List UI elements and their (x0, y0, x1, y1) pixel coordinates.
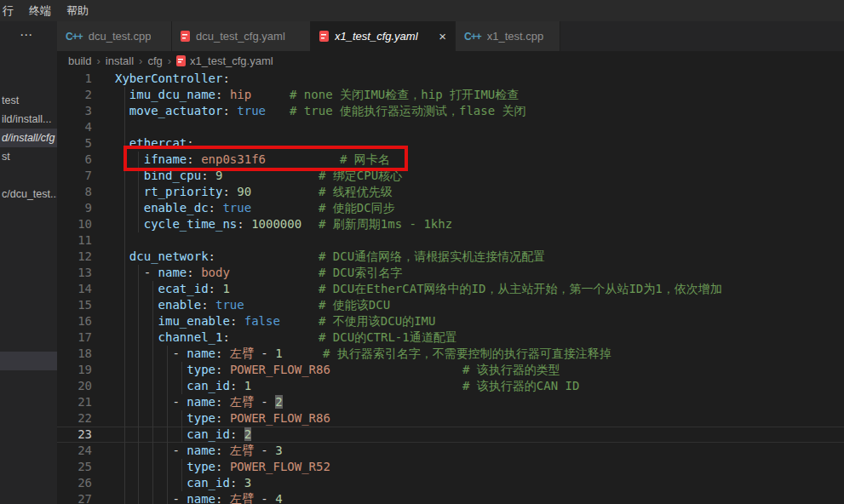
line-number: 25 (57, 459, 92, 475)
menu-item-run[interactable]: 行 (0, 0, 21, 21)
code-comment: # 刷新周期1ms - 1khz (319, 216, 452, 232)
breadcrumb: build›install›cfg›x1_test_cfg.yaml (57, 51, 844, 70)
menu-item-help[interactable]: 帮助 (59, 0, 96, 21)
code-token: type (187, 411, 215, 425)
code-line[interactable]: 14ecat_id: 1# DCU在EtherCAT网络中的ID，从主站开始，第… (57, 281, 844, 297)
sidebar-item-4[interactable]: c/dcu_test... (0, 185, 57, 203)
code-line[interactable]: 22type: POWER_FLOW_R86 (57, 410, 844, 427)
code-token: : (201, 169, 215, 182)
code-token: : (222, 185, 237, 198)
code-token: name (187, 346, 215, 360)
code-token: 3 (275, 444, 282, 457)
code-token: - (254, 444, 275, 457)
cpp-file-icon: C++ (464, 31, 481, 43)
code-token: 90 (237, 185, 251, 198)
code-line[interactable]: 8rt_priority: 90# 线程优先级 (57, 184, 844, 200)
code-line[interactable]: 2imu_dcu_name: hip# none 关闭IMU检查，hip 打开I… (57, 87, 844, 103)
tab-label: dcu_test.cpp (89, 30, 152, 43)
code-line[interactable]: 15enable: true# 使能该DCU (57, 297, 844, 313)
code-line[interactable]: 17channel_1:# DCU的CTRL-1通道配置 (57, 329, 844, 346)
line-content: - name: 左臂 - 3 (115, 443, 844, 459)
line-content: - name: body# DCU索引名字 (115, 265, 844, 281)
code-editor[interactable]: 1XyberController:2imu_dcu_name: hip# non… (57, 70, 844, 504)
chevron-right-icon: › (139, 54, 142, 67)
line-number: 1 (57, 71, 92, 87)
breadcrumb-item-install[interactable]: install (106, 54, 134, 67)
line-content: channel_1:# DCU的CTRL-1通道配置 (115, 329, 844, 346)
line-number: 18 (57, 346, 92, 362)
breadcrumb-file[interactable]: x1_test_cfg.yaml (176, 54, 273, 67)
code-line[interactable]: 10cycle_time_ns: 1000000# 刷新周期1ms - 1khz (57, 216, 844, 232)
code-token: - (254, 395, 275, 409)
code-line[interactable]: 19type: POWER_FLOW_R86# 该执行器的类型 (57, 362, 844, 378)
code-line[interactable]: 6ifname: enp0s31f6# 网卡名 (57, 152, 844, 168)
code-line[interactable]: 26can_id: 3 (57, 475, 844, 491)
line-content: ifname: enp0s31f6# 网卡名 (115, 152, 844, 168)
code-token: : (215, 411, 230, 425)
code-line[interactable]: 25type: POWER_FLOW_R52 (57, 459, 844, 475)
sidebar-highlighted-row[interactable] (0, 352, 57, 370)
yaml-file-icon (181, 31, 190, 42)
code-token: - (172, 444, 187, 457)
code-line[interactable]: 21- name: 左臂 - 2 (57, 394, 844, 410)
line-content: - name: 左臂 - 4 (115, 491, 844, 504)
code-comment: # 绑定CPU核心 (319, 168, 402, 184)
code-token: POWER_FLOW_R86 (230, 363, 330, 376)
code-line[interactable]: 9enable_dc: true# 使能DC同步 (57, 200, 844, 216)
sidebar-item-2[interactable]: d/install/cfg (0, 129, 57, 147)
code-line[interactable]: 5ethercat: (57, 135, 844, 152)
code-token: : (215, 444, 230, 457)
line-content: imu_enable: false# 不使用该DCU的IMU (115, 313, 844, 329)
code-token: : (230, 427, 244, 441)
line-number: 15 (57, 297, 92, 313)
code-token: move_actuator (129, 104, 223, 117)
code-comment: # 不使用该DCU的IMU (319, 313, 435, 329)
code-line[interactable]: 16imu_enable: false# 不使用该DCU的IMU (57, 313, 844, 329)
code-token: : (215, 492, 230, 504)
tab-close-icon[interactable]: × (439, 30, 446, 43)
code-line[interactable]: 23can_id: 2 (57, 427, 844, 443)
code-line[interactable]: 1XyberController: (57, 71, 844, 87)
line-number: 6 (57, 152, 92, 168)
code-token: : (187, 266, 201, 279)
code-token: name (158, 266, 187, 279)
breadcrumb-item-cfg[interactable]: cfg (147, 54, 162, 67)
tab-dcu-test-cfg-yaml[interactable]: dcu_test_cfg.yaml (172, 21, 311, 51)
code-token: true (222, 201, 251, 215)
line-content: can_id: 1# 该执行器的CAN ID (115, 378, 844, 394)
code-line[interactable]: 27- name: 左臂 - 4 (57, 491, 844, 504)
code-line[interactable]: 20can_id: 1# 该执行器的CAN ID (57, 378, 844, 394)
chevron-right-icon: › (168, 54, 171, 67)
tab-x1-test-cpp[interactable]: C++x1_test.cpp (456, 21, 560, 51)
more-actions-button[interactable]: ⋯ (20, 27, 33, 43)
tab-dcu-test-cpp[interactable]: C++dcu_test.cpp (57, 21, 172, 51)
code-line[interactable]: 11 (57, 232, 844, 249)
code-comment: # 使能DC同步 (319, 200, 395, 216)
menu-item-terminal[interactable]: 终端 (21, 0, 59, 21)
code-token: hip (230, 88, 251, 101)
sidebar-item-3[interactable]: st (0, 147, 57, 166)
code-line[interactable]: 18- name: 左臂 - 1# 执行器索引名字，不需要控制的执行器可直接注释… (57, 346, 844, 362)
line-content: - name: 左臂 - 2 (115, 394, 844, 410)
line-number: 9 (57, 200, 92, 216)
line-number: 19 (57, 362, 92, 378)
sidebar-item-1[interactable]: ild/install... (0, 110, 57, 129)
code-line[interactable]: 4 (57, 119, 844, 135)
code-line[interactable]: 13- name: body# DCU索引名字 (57, 265, 844, 281)
code-comment: # 使能该DCU (319, 297, 390, 313)
code-line[interactable]: 3move_actuator: true# true 使能执行器运动测试，fla… (57, 103, 844, 119)
code-line[interactable]: 7bind_cpu: 9# 绑定CPU核心 (57, 168, 844, 184)
line-content: rt_priority: 90# 线程优先级 (115, 184, 844, 200)
tab-x1-test-cfg-yaml[interactable]: x1_test_cfg.yaml× (311, 21, 456, 51)
code-token: 1 (244, 379, 251, 392)
line-content: - name: 左臂 - 1# 执行器索引名字，不需要控制的执行器可直接注释掉 (115, 346, 844, 362)
code-token: type (187, 460, 215, 473)
code-token: name (187, 444, 215, 457)
code-token: body (201, 266, 230, 279)
code-line[interactable]: 12dcu_network:# DCU通信网络，请根据实机连接情况配置 (57, 249, 844, 265)
code-line[interactable]: 24- name: 左臂 - 3 (57, 443, 844, 459)
breadcrumb-item-build[interactable]: build (68, 54, 91, 67)
code-comment: # none 关闭IMU检查，hip 打开IMU检查 (290, 87, 519, 103)
sidebar-item-0[interactable]: test (0, 91, 57, 110)
code-token: : (215, 460, 230, 473)
